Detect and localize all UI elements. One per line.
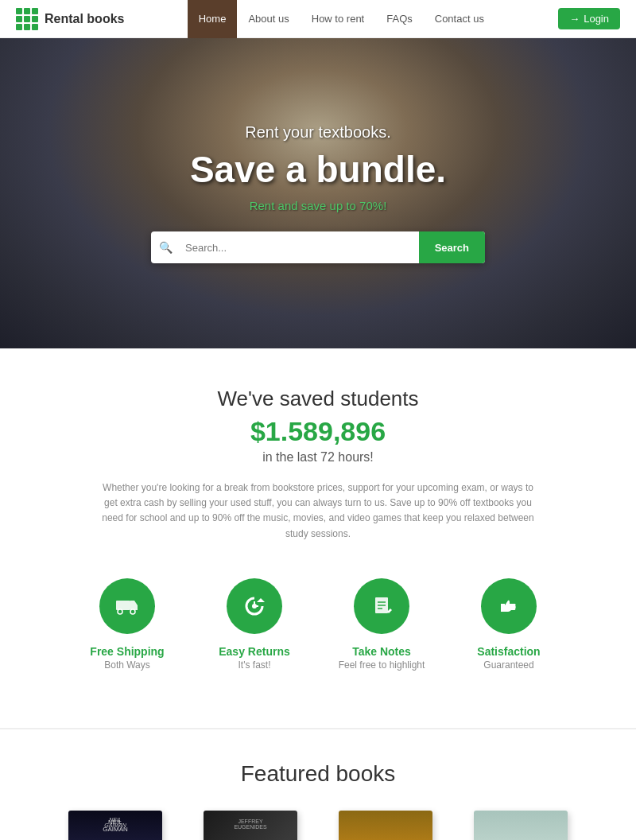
nav-items: Home About us How to rent FAQs Contact u… <box>188 0 495 37</box>
featured-books-title: Featured books <box>16 761 620 787</box>
svg-rect-5 <box>32 16 38 22</box>
take-notes-label: Take Notes <box>352 645 411 658</box>
feature-satisfaction: Satisfaction Guaranteed <box>445 578 572 671</box>
book-gilead-cover: GILEAD MARILYNNEROBINSON <box>474 811 568 840</box>
svg-marker-10 <box>130 601 138 610</box>
books-grid: NEILGAIMAN AmericanGods American Gods by… <box>41 811 595 840</box>
easy-returns-sublabel: It's fast! <box>238 659 271 671</box>
search-input[interactable] <box>180 242 419 254</box>
stats-subtitle: in the last 72 hours! <box>16 450 620 465</box>
brand-logo: Rental books <box>16 8 124 30</box>
login-button[interactable]: → Login <box>558 8 620 29</box>
satisfaction-sublabel: Guaranteed <box>483 659 533 671</box>
nav-item-home[interactable]: Home <box>188 0 238 38</box>
book-gilead: GILEAD MARILYNNEROBINSON Gilead- A Novel… <box>461 811 580 840</box>
feature-easy-returns: Easy Returns It's fast! <box>191 578 318 671</box>
free-shipping-sublabel: Both Ways <box>104 659 150 671</box>
hero-section: Rent your textbooks. Save a bundle. Rent… <box>0 38 636 348</box>
svg-rect-7 <box>24 24 30 30</box>
stats-section: We've saved students $1.589,896 in the l… <box>0 348 636 729</box>
nav-item-contact[interactable]: Contact us <box>424 0 495 38</box>
svg-rect-4 <box>24 16 30 22</box>
free-shipping-icon <box>99 578 155 634</box>
features-grid: Free Shipping Both Ways Easy Returns It'… <box>16 570 620 702</box>
take-notes-icon <box>354 578 409 634</box>
nav-item-about[interactable]: About us <box>237 0 300 38</box>
books-carousel: ‹ NEILGAIMAN AmericanGods American Gods … <box>16 811 620 840</box>
book-middlesex: JEFFREYEUGENIDES MIDDLESEX A Novel Middl… <box>191 811 310 840</box>
svg-marker-13 <box>257 598 265 602</box>
svg-rect-8 <box>32 24 38 30</box>
svg-rect-1 <box>24 8 30 14</box>
take-notes-sublabel: Feel free to highlight <box>339 659 425 671</box>
nav-item-howto[interactable]: How to rent <box>301 0 375 38</box>
stats-description: Whether you're looking for a break from … <box>95 480 541 542</box>
hero-search-bar: 🔍 Search <box>151 231 485 263</box>
svg-rect-2 <box>32 8 38 14</box>
svg-rect-9 <box>116 601 130 610</box>
svg-rect-3 <box>16 16 22 22</box>
search-icon: 🔍 <box>151 241 180 254</box>
nav-item-faqs[interactable]: FAQs <box>375 0 424 38</box>
featured-books-section: Featured books ‹ NEILGAIMAN AmericanGods… <box>0 729 636 840</box>
hero-content: Rent your textbooks. Save a bundle. Rent… <box>151 123 485 263</box>
free-shipping-label: Free Shipping <box>90 645 164 658</box>
login-icon: → <box>569 13 580 25</box>
svg-point-12 <box>130 609 135 614</box>
satisfaction-icon <box>481 578 537 634</box>
hero-title: Save a bundle. <box>151 148 485 191</box>
easy-returns-label: Easy Returns <box>219 645 289 658</box>
book-american-gods: NEILGAIMAN AmericanGods American Gods by… <box>56 811 175 840</box>
svg-point-11 <box>118 609 122 614</box>
brand-name: Rental books <box>45 12 124 26</box>
hero-cta-link[interactable]: Rent and save up to 70%! <box>151 199 485 212</box>
book-american-gods-cover: NEILGAIMAN AmericanGods <box>68 811 162 840</box>
svg-rect-6 <box>16 24 22 30</box>
feature-take-notes: Take Notes Feel free to highlight <box>318 578 445 671</box>
feature-free-shipping: Free Shipping Both Ways <box>64 578 191 671</box>
stats-amount: $1.589,896 <box>16 416 620 447</box>
svg-rect-0 <box>16 8 22 14</box>
brand-icon <box>16 8 38 30</box>
satisfaction-label: Satisfaction <box>477 645 540 658</box>
stats-title: We've saved students <box>16 387 620 411</box>
book-army-at-dawn: RICK ATKINSON ANARMYATDAWN An Army at Da… <box>326 811 445 840</box>
search-button[interactable]: Search <box>419 231 485 263</box>
navbar: Rental books Home About us How to rent F… <box>0 0 636 38</box>
book-army-at-dawn-cover: RICK ATKINSON ANARMYATDAWN <box>339 811 432 840</box>
easy-returns-icon <box>227 578 282 634</box>
hero-subtitle: Rent your textbooks. <box>151 123 485 142</box>
book-middlesex-cover: JEFFREYEUGENIDES MIDDLESEX A Novel <box>204 811 297 840</box>
